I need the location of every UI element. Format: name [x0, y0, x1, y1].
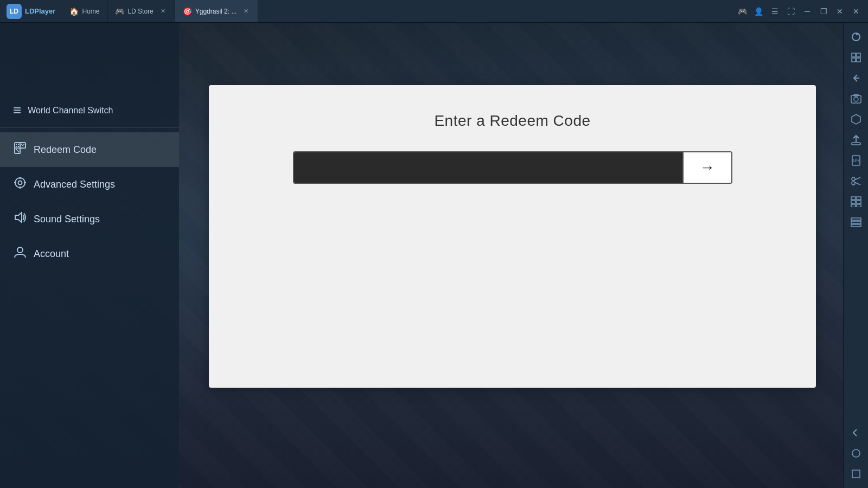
svg-rect-3	[16, 146, 17, 147]
world-channel-label: World Channel Switch	[28, 106, 113, 115]
close-button[interactable]: ✕	[832, 4, 847, 19]
grid-button[interactable]	[846, 48, 866, 67]
svg-point-48	[852, 450, 860, 457]
redeem-input-row: →	[293, 151, 732, 184]
svg-marker-30	[852, 114, 860, 124]
multi-grid-button[interactable]	[846, 192, 866, 211]
upload-button[interactable]	[846, 130, 866, 150]
svg-rect-6	[21, 144, 22, 145]
svg-point-28	[854, 97, 858, 101]
dialog-title: Enter a Redeem Code	[434, 112, 590, 130]
yggdrasil-close-icon[interactable]: ✕	[242, 7, 250, 16]
svg-rect-32	[852, 143, 860, 145]
tabs-area: 🏠 Home 🎮 LD Store ✕ 🎯 Yggdrasil 2: ... ✕	[62, 0, 730, 22]
svg-rect-47	[851, 224, 861, 227]
ld-store-close-icon[interactable]: ✕	[159, 7, 167, 16]
account-label: Account	[34, 248, 69, 260]
android-back-button[interactable]	[846, 423, 866, 442]
svg-rect-42	[857, 201, 861, 203]
svg-rect-41	[851, 201, 856, 203]
sidebar-item-advanced[interactable]: Advanced Settings	[0, 167, 179, 202]
yggdrasil-tab-icon: 🎯	[183, 7, 192, 16]
extra-close-button[interactable]: ✕	[848, 4, 864, 19]
home-tab-label: Home	[82, 8, 99, 15]
redeem-submit-button[interactable]: →	[682, 152, 731, 183]
tab-yggdrasil[interactable]: 🎯 Yggdrasil 2: ... ✕	[175, 0, 259, 22]
svg-rect-1	[16, 144, 17, 145]
svg-rect-27	[851, 95, 861, 103]
restore-button[interactable]: ❐	[816, 4, 831, 19]
submit-arrow-icon: →	[700, 159, 715, 176]
world-channel-switch[interactable]: ≡ World Channel Switch	[0, 93, 179, 128]
yggdrasil-tab-label: Yggdrasil 2: ...	[195, 8, 237, 15]
world-channel-icon: ≡	[13, 102, 21, 119]
svg-rect-40	[857, 197, 861, 200]
svg-rect-24	[852, 58, 856, 62]
advanced-settings-icon	[13, 176, 27, 193]
svg-rect-45	[851, 218, 861, 220]
minimize-button[interactable]: ─	[800, 4, 815, 19]
redeem-dialog: Enter a Redeem Code →	[209, 85, 816, 388]
logo: LD LDPlayer	[0, 4, 62, 19]
svg-rect-7	[23, 144, 24, 145]
right-sidebar: APK	[843, 23, 868, 488]
redeem-icon	[13, 141, 27, 158]
list-button[interactable]	[846, 213, 866, 232]
advanced-settings-label: Advanced Settings	[34, 179, 115, 190]
sound-settings-label: Sound Settings	[34, 214, 100, 225]
svg-rect-10	[16, 149, 17, 150]
svg-rect-25	[857, 58, 860, 62]
svg-point-21	[852, 33, 860, 41]
apk-button[interactable]: APK	[846, 151, 866, 170]
titlebar: LD LDPlayer 🏠 Home 🎮 LD Store ✕ 🎯 Yggdra…	[0, 0, 868, 23]
svg-point-14	[18, 181, 22, 185]
ld-store-tab-icon: 🎮	[115, 7, 124, 16]
menu-button[interactable]: ☰	[767, 4, 782, 19]
account-icon	[13, 245, 27, 262]
left-menu: ≡ World Channel Switch	[0, 23, 179, 488]
window-controls: 🎮 👤 ☰ ⛶ ─ ❐ ✕ ✕	[730, 4, 868, 19]
tab-home[interactable]: 🏠 Home	[62, 0, 107, 22]
svg-rect-0	[15, 143, 20, 148]
screenshot-button[interactable]	[846, 89, 866, 108]
tab-ld-store[interactable]: 🎮 LD Store ✕	[107, 0, 175, 22]
main-content: ≡ World Channel Switch	[0, 23, 843, 488]
svg-rect-4	[18, 146, 19, 147]
home-tab-icon: 🏠	[69, 7, 79, 16]
dialog-area: Enter a Redeem Code →	[179, 23, 843, 488]
sidebar-item-account[interactable]: Account	[0, 236, 179, 271]
sound-settings-icon	[13, 210, 27, 228]
sidebar-item-redeem[interactable]: Redeem Code	[0, 132, 179, 167]
hexagon-button[interactable]	[846, 110, 866, 129]
back-button[interactable]	[846, 68, 866, 88]
svg-rect-46	[851, 221, 861, 223]
user-button[interactable]: 👤	[751, 4, 766, 19]
svg-point-13	[15, 178, 25, 188]
svg-rect-11	[17, 150, 18, 151]
ld-store-tab-label: LD Store	[127, 8, 153, 15]
svg-rect-2	[18, 144, 19, 145]
svg-rect-39	[851, 197, 856, 200]
logo-text: LDPlayer	[25, 7, 55, 15]
svg-text:APK: APK	[852, 159, 859, 163]
svg-point-20	[17, 247, 23, 253]
svg-rect-22	[852, 53, 856, 57]
redeem-label: Redeem Code	[34, 144, 97, 156]
svg-marker-19	[15, 213, 22, 222]
svg-rect-12	[18, 151, 19, 152]
sidebar-item-sound[interactable]: Sound Settings	[0, 202, 179, 236]
scissors-button[interactable]	[846, 171, 866, 191]
gamepad-button[interactable]: 🎮	[735, 4, 750, 19]
redeem-code-input[interactable]	[294, 152, 682, 183]
expand-button[interactable]: ⛶	[783, 4, 799, 19]
svg-rect-44	[857, 204, 861, 207]
svg-rect-43	[851, 204, 856, 207]
svg-rect-23	[857, 53, 860, 57]
logo-icon: LD	[7, 4, 22, 19]
svg-rect-8	[22, 145, 23, 146]
android-recent-button[interactable]	[846, 464, 866, 484]
svg-rect-49	[852, 470, 860, 478]
rotate-button[interactable]	[846, 27, 866, 47]
android-home-button[interactable]	[846, 444, 866, 463]
